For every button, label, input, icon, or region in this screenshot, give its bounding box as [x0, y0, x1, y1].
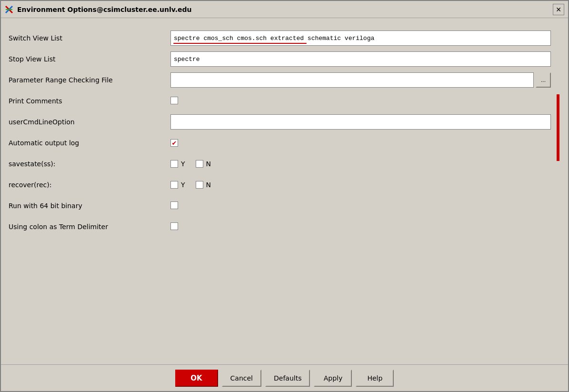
recover-control: Y N [170, 181, 551, 189]
print-comments-control [170, 97, 551, 106]
stop-view-list-control [170, 51, 551, 67]
checkmark-icon: ✔ [172, 140, 177, 146]
apply-button[interactable]: Apply [314, 370, 352, 387]
browse-label: ... [541, 77, 546, 83]
recover-label: recover(rec): [9, 181, 170, 189]
savestate-group: Y N [170, 160, 551, 168]
window-title: Environment Options@csimcluster.ee.unlv.… [17, 6, 192, 13]
user-cmd-control [170, 114, 551, 130]
close-button[interactable]: ✕ [553, 4, 564, 15]
savestate-y-label: Y [181, 160, 185, 168]
colon-label: Using colon as Term Delimiter [9, 223, 170, 231]
recover-row: recover(rec): Y N [9, 174, 560, 195]
button-bar: OK Cancel Defaults Apply Help [1, 364, 568, 391]
colon-checkbox[interactable] [170, 222, 178, 230]
recover-y-checkbox[interactable] [170, 181, 178, 189]
auto-log-control: ✔ [170, 139, 551, 147]
browse-button[interactable]: ... [536, 72, 551, 88]
switch-view-list-row: Switch View List [9, 28, 560, 49]
ok-button[interactable]: OK [175, 370, 218, 387]
switch-view-list-control [170, 30, 551, 46]
stop-view-list-input[interactable] [170, 51, 551, 67]
stop-view-list-label: Stop View List [9, 55, 170, 63]
colon-row: Using colon as Term Delimiter [9, 216, 560, 237]
content-area: Switch View List Stop View List Paramete… [1, 18, 568, 364]
print-comments-checkbox[interactable] [170, 97, 178, 104]
param-range-row: Parameter Range Checking File ... [9, 70, 560, 90]
recover-n-label: N [206, 181, 211, 189]
param-range-input-group: ... [170, 72, 551, 88]
run64-row: Run with 64 bit binary [9, 195, 560, 216]
switch-view-list-input[interactable] [170, 30, 551, 46]
recover-n-checkbox[interactable] [196, 181, 203, 189]
param-range-control: ... [170, 72, 551, 88]
param-range-label: Parameter Range Checking File [9, 76, 170, 84]
user-cmd-row: userCmdLineOption [9, 111, 560, 132]
switch-view-list-label: Switch View List [9, 34, 170, 42]
savestate-control: Y N [170, 160, 551, 168]
auto-log-row: Automatic output log ✔ [9, 132, 560, 153]
close-icon: ✕ [556, 6, 561, 13]
savestate-label: savestate(ss): [9, 160, 170, 168]
savestate-n-checkbox[interactable] [196, 160, 203, 168]
colon-control [170, 222, 551, 231]
savestate-y-checkbox[interactable] [170, 160, 178, 168]
cancel-button[interactable]: Cancel [222, 370, 261, 387]
title-bar-left: Environment Options@csimcluster.ee.unlv.… [5, 5, 192, 14]
auto-log-checkbox[interactable]: ✔ [170, 139, 178, 147]
dialog-window: Environment Options@csimcluster.ee.unlv.… [0, 0, 569, 392]
title-bar: Environment Options@csimcluster.ee.unlv.… [1, 1, 568, 18]
savestate-n-label: N [206, 160, 211, 168]
run64-control [170, 201, 551, 211]
stop-view-list-row: Stop View List [9, 49, 560, 70]
run64-label: Run with 64 bit binary [9, 202, 170, 210]
user-cmd-label: userCmdLineOption [9, 118, 170, 126]
recover-y-label: Y [181, 181, 185, 189]
user-cmd-input[interactable] [170, 114, 551, 130]
print-comments-row: Print Comments [9, 90, 560, 111]
defaults-button[interactable]: Defaults [265, 370, 310, 387]
red-accent-bar [557, 94, 559, 161]
param-range-input[interactable] [170, 72, 534, 88]
print-comments-label: Print Comments [9, 97, 170, 105]
recover-group: Y N [170, 181, 551, 189]
help-button[interactable]: Help [356, 370, 394, 387]
savestate-row: savestate(ss): Y N [9, 153, 560, 174]
auto-log-label: Automatic output log [9, 139, 170, 147]
app-icon [5, 5, 13, 14]
run64-checkbox[interactable] [170, 201, 178, 209]
